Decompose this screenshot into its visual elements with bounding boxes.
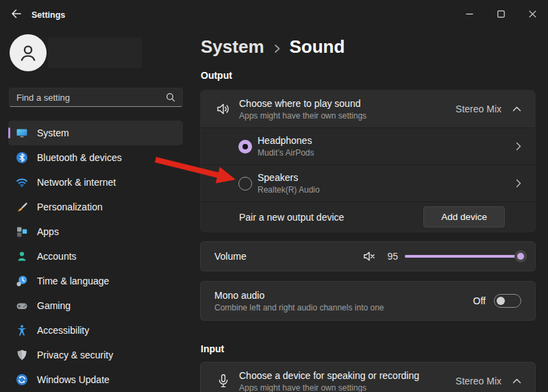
sidebar-item-label: Personalization <box>37 201 103 212</box>
sidebar-item-label: Privacy & security <box>37 350 113 360</box>
pair-device-row: Pair a new output device Add device <box>201 201 535 232</box>
output-device-group: Choose where to play sound Apps might ha… <box>200 90 536 232</box>
radio-headphones-selected[interactable] <box>238 140 252 154</box>
mono-toggle-state: Off <box>473 295 486 306</box>
volume-card: Volume 95 <box>200 241 536 271</box>
system-icon <box>16 127 28 139</box>
main-content: System Sound Output Choose where to play… <box>200 27 536 392</box>
sidebar-item-label: Apps <box>37 226 59 237</box>
add-device-button[interactable]: Add device <box>423 206 505 228</box>
device-row-headphones[interactable]: Headphones Mudit’s AirPods <box>201 127 535 164</box>
sidebar-item-network-internet[interactable]: Network & internet <box>8 170 183 195</box>
app-title: Settings <box>32 10 65 20</box>
output-device-value: Stereo Mix <box>456 103 501 114</box>
device-name: Speakers <box>258 172 516 183</box>
volume-value: 95 <box>383 251 398 262</box>
sidebar-item-bluetooth-devices[interactable]: Bluetooth & devices <box>8 145 183 170</box>
sidebar-item-personalization[interactable]: Personalization <box>8 195 183 219</box>
personalization-icon <box>16 201 28 213</box>
output-section-label: Output <box>201 70 232 81</box>
avatar <box>10 34 47 71</box>
bluetooth-icon <box>16 151 28 164</box>
titlebar: Settings <box>0 0 548 27</box>
device-detail: Mudit’s AirPods <box>258 148 516 158</box>
speaker-muted-icon <box>362 249 376 263</box>
search-box[interactable] <box>9 88 183 107</box>
radio-speakers-unselected[interactable] <box>238 177 252 191</box>
sidebar-item-windows-update[interactable]: Windows Update <box>8 367 183 392</box>
speaker-icon <box>214 101 232 117</box>
breadcrumb: System Sound <box>201 36 345 58</box>
pair-device-label: Pair a new output device <box>239 212 423 223</box>
toggle-knob <box>497 297 505 305</box>
network-icon <box>16 176 28 188</box>
search-input[interactable] <box>10 93 166 103</box>
sidebar-item-gaming[interactable]: Gaming <box>8 293 183 318</box>
sidebar-item-label: Bluetooth & devices <box>37 152 122 163</box>
volume-slider[interactable] <box>405 249 527 263</box>
choose-output-row[interactable]: Choose where to play sound Apps might ha… <box>201 90 535 127</box>
search-icon <box>166 93 175 102</box>
sidebar-item-label: Network & internet <box>37 177 116 188</box>
sidebar-item-accounts[interactable]: Accounts <box>8 244 183 269</box>
mono-audio-title: Mono audio <box>214 290 384 301</box>
choose-input-row[interactable]: Choose a device for speaking or recordin… <box>200 362 536 392</box>
row-subtitle: Apps might have their own settings <box>239 383 456 392</box>
mono-audio-toggle[interactable] <box>494 294 521 308</box>
back-button[interactable] <box>5 4 26 23</box>
mono-audio-subtitle: Combine left and right audio channels in… <box>214 303 384 313</box>
back-arrow-icon <box>10 8 22 20</box>
device-row-speakers[interactable]: Speakers Realtek(R) Audio <box>201 164 535 201</box>
row-title: Choose a device for speaking or recordin… <box>239 370 456 381</box>
minimize-button[interactable] <box>453 0 485 27</box>
device-name: Headphones <box>258 135 516 146</box>
volume-label: Volume <box>214 251 362 262</box>
apps-icon <box>16 225 28 238</box>
privacy-security-icon <box>16 349 28 361</box>
chevron-up-icon <box>512 378 521 384</box>
breadcrumb-system[interactable]: System <box>201 36 264 58</box>
sidebar-item-label: Gaming <box>37 300 71 311</box>
user-name-redacted <box>48 38 142 68</box>
input-device-value: Stereo Mix <box>456 376 501 387</box>
sidebar-item-apps[interactable]: Apps <box>8 219 183 244</box>
device-detail: Realtek(R) Audio <box>258 185 516 195</box>
sidebar-item-time-language[interactable]: Time & language <box>8 269 183 293</box>
chevron-right-icon <box>273 43 281 54</box>
close-icon <box>529 10 536 18</box>
sidebar: System Bluetooth & devices Network & int… <box>0 27 192 392</box>
maximize-button[interactable] <box>485 0 516 27</box>
sidebar-item-label: System <box>37 127 69 138</box>
page-title: Sound <box>290 36 345 58</box>
row-subtitle: Apps might have their own settings <box>239 111 456 121</box>
accounts-icon <box>16 250 28 262</box>
sidebar-item-label: Accessibility <box>37 325 89 336</box>
gaming-icon <box>16 299 28 312</box>
sidebar-item-privacy-security[interactable]: Privacy & security <box>8 343 183 367</box>
sidebar-item-label: Windows Update <box>37 374 110 385</box>
close-button[interactable] <box>516 0 548 27</box>
slider-fill <box>405 255 521 258</box>
accessibility-icon <box>16 324 28 336</box>
person-icon <box>16 41 40 64</box>
sidebar-nav: System Bluetooth & devices Network & int… <box>8 121 183 392</box>
minimize-icon <box>466 10 473 18</box>
microphone-icon <box>214 373 232 389</box>
sidebar-item-accessibility[interactable]: Accessibility <box>8 318 183 343</box>
settings-window: Settings <box>0 0 548 392</box>
maximize-icon <box>497 10 505 18</box>
row-title: Choose where to play sound <box>239 98 456 109</box>
chevron-up-icon <box>512 106 521 112</box>
chevron-right-icon <box>516 142 521 151</box>
input-section-label: Input <box>201 343 224 354</box>
slider-thumb[interactable] <box>514 250 527 262</box>
sidebar-item-label: Time & language <box>37 275 109 286</box>
chevron-right-icon <box>516 179 521 188</box>
sidebar-item-label: Accounts <box>37 251 77 262</box>
windows-update-icon <box>16 373 28 386</box>
mute-button[interactable] <box>362 249 376 263</box>
time-language-icon <box>16 275 28 287</box>
mono-audio-card: Mono audio Combine left and right audio … <box>200 281 536 321</box>
window-controls <box>453 0 548 27</box>
sidebar-item-system[interactable]: System <box>8 121 183 145</box>
